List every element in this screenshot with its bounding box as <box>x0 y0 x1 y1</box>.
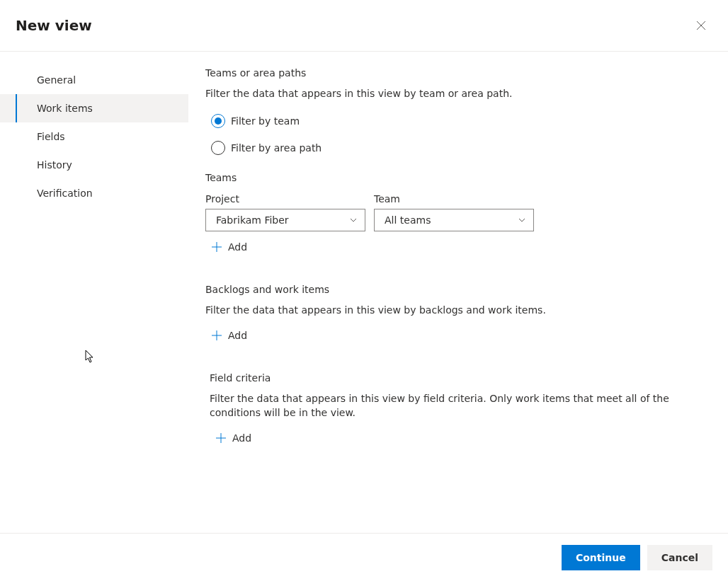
project-value: Fabrikam Fiber <box>216 214 289 226</box>
radio-label: Filter by area path <box>231 142 322 154</box>
dialog-body: General Work items Fields History Verifi… <box>0 52 728 534</box>
sidebar-nav: General Work items Fields History Verifi… <box>0 52 188 534</box>
backlogs-section: Backlogs and work items Filter the data … <box>205 284 711 342</box>
nav-item-fields[interactable]: Fields <box>0 122 188 151</box>
cancel-button[interactable]: Cancel <box>647 545 712 570</box>
add-label: Add <box>228 241 247 253</box>
teams-heading: Teams or area paths <box>205 67 711 79</box>
radio-filter-by-team[interactable]: Filter by team <box>211 114 711 128</box>
team-value: All teams <box>385 214 431 226</box>
radio-icon <box>211 114 225 128</box>
criteria-section: Field criteria Filter the data that appe… <box>205 372 711 444</box>
nav-item-verification[interactable]: Verification <box>0 179 188 207</box>
nav-label: Verification <box>37 188 93 199</box>
dialog-footer: Continue Cancel <box>0 533 728 581</box>
add-label: Add <box>232 432 251 444</box>
nav-label: Fields <box>37 131 65 142</box>
backlogs-heading: Backlogs and work items <box>205 284 711 295</box>
plus-icon <box>211 330 222 341</box>
project-column: Project Fabrikam Fiber <box>205 193 365 231</box>
teams-subheading: Teams <box>205 172 711 183</box>
radio-icon <box>211 141 225 155</box>
team-column: Team All teams <box>374 193 534 231</box>
add-backlog-button[interactable]: Add <box>211 330 711 341</box>
nav-label: History <box>37 159 72 171</box>
radio-label: Filter by team <box>231 115 300 127</box>
teams-dropdown-row: Project Fabrikam Fiber Team All teams <box>205 193 711 231</box>
backlogs-description: Filter the data that appears in this vie… <box>205 304 711 318</box>
nav-item-general[interactable]: General <box>0 66 188 94</box>
team-label: Team <box>374 193 534 205</box>
nav-label: Work items <box>37 103 93 114</box>
nav-label: General <box>37 74 76 86</box>
add-label: Add <box>228 330 247 341</box>
project-dropdown[interactable]: Fabrikam Fiber <box>205 209 365 231</box>
teams-description: Filter the data that appears in this vie… <box>205 87 711 101</box>
plus-icon <box>211 241 222 253</box>
close-icon <box>696 21 706 30</box>
criteria-heading: Field criteria <box>210 372 711 384</box>
add-team-button[interactable]: Add <box>211 241 711 253</box>
team-dropdown[interactable]: All teams <box>374 209 534 231</box>
nav-item-work-items[interactable]: Work items <box>0 94 188 122</box>
continue-button[interactable]: Continue <box>562 545 640 570</box>
plus-icon <box>215 432 227 444</box>
nav-item-history[interactable]: History <box>0 151 188 179</box>
dialog-title: New view <box>16 17 92 34</box>
dialog-header: New view <box>0 0 728 52</box>
project-label: Project <box>205 193 365 205</box>
add-criteria-button[interactable]: Add <box>215 432 711 444</box>
main-panel: Teams or area paths Filter the data that… <box>188 52 728 534</box>
teams-section: Teams or area paths Filter the data that… <box>205 67 711 253</box>
criteria-description: Filter the data that appears in this vie… <box>210 392 711 420</box>
radio-filter-by-area-path[interactable]: Filter by area path <box>211 141 711 155</box>
chevron-down-icon <box>518 216 526 224</box>
chevron-down-icon <box>349 216 358 224</box>
close-button[interactable] <box>690 14 712 37</box>
